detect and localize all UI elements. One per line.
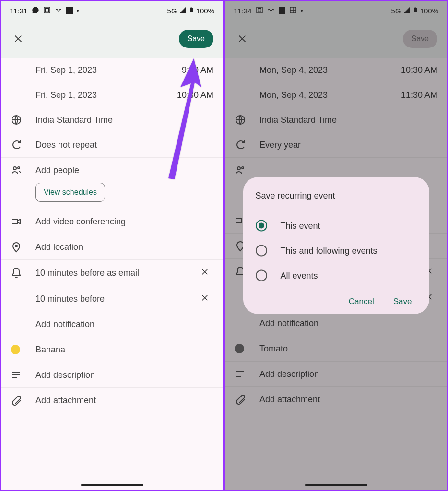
add-video-row[interactable]: Add video conferencing — [1, 209, 223, 234]
svg-rect-1 — [45, 8, 48, 12]
attachment-icon — [11, 395, 35, 406]
more-dot-icon — [77, 10, 79, 12]
start-date: Fri, Sep 1, 2023 — [35, 65, 182, 75]
start-date-row[interactable]: Fri, Sep 1, 2023 9:30 AM — [1, 58, 223, 82]
svg-rect-7 — [12, 219, 18, 224]
status-bar: 11:31 5G 100% — [1, 1, 223, 20]
save-recurring-dialog: Save recurring event This event This and… — [243, 177, 429, 314]
top-bar: Save — [1, 20, 223, 58]
calendar-color-row[interactable]: Banana — [1, 337, 223, 362]
whatsapp-icon — [32, 6, 39, 15]
radio-icon — [256, 245, 267, 257]
svg-rect-3 — [190, 7, 192, 8]
description-icon — [11, 369, 35, 381]
end-time[interactable]: 10:30 AM — [177, 90, 213, 100]
battery-pct: 100% — [196, 7, 214, 15]
nav-handle[interactable] — [81, 484, 143, 486]
svg-rect-2 — [190, 8, 193, 12]
status-time: 11:31 — [10, 7, 28, 15]
svg-point-5 — [13, 167, 16, 170]
dialog-title: Save recurring event — [256, 191, 417, 201]
end-date-row[interactable]: Fri, Sep 1, 2023 10:30 AM — [1, 82, 223, 107]
svg-point-6 — [18, 167, 20, 169]
add-notification-row[interactable]: Add notification — [1, 312, 223, 337]
add-description-row[interactable]: Add description — [1, 362, 223, 387]
phone-right: 11:34 5G 100% Save Mon, Sep 4, 2023 10:3… — [224, 0, 448, 491]
app-icon — [43, 6, 51, 15]
save-button[interactable]: Save — [179, 30, 213, 48]
notification-2-row[interactable]: 10 minutes before — [1, 286, 223, 312]
calendar-color-dot — [11, 345, 20, 354]
radio-icon — [256, 270, 267, 281]
add-people-row[interactable]: Add people — [1, 158, 223, 183]
remove-notif-2[interactable] — [196, 292, 213, 305]
view-schedules-button[interactable]: View schedules — [35, 183, 105, 202]
view-schedules-row: View schedules — [1, 183, 223, 209]
battery-icon — [189, 6, 194, 16]
bell-icon — [11, 267, 35, 279]
globe-icon — [11, 114, 35, 126]
radio-icon — [256, 220, 267, 232]
notification-1-row[interactable]: 10 minutes before as email — [1, 260, 223, 286]
location-icon — [11, 241, 35, 253]
radio-all-events[interactable]: All events — [256, 263, 417, 288]
network-label: 5G — [167, 7, 177, 15]
repeat-row[interactable]: Does not repeat — [1, 132, 223, 157]
nav-handle[interactable] — [305, 484, 367, 486]
end-date: Fri, Sep 1, 2023 — [35, 90, 177, 100]
video-icon — [11, 216, 35, 227]
radio-this-event[interactable]: This event — [256, 213, 417, 238]
wave-icon — [55, 6, 62, 15]
radio-this-and-following[interactable]: This and following events — [256, 238, 417, 263]
square-icon — [66, 7, 73, 14]
dialog-cancel-button[interactable]: Cancel — [349, 297, 374, 306]
remove-notif-1[interactable] — [196, 267, 213, 279]
svg-point-8 — [15, 245, 17, 247]
repeat-icon — [11, 139, 35, 151]
start-time[interactable]: 9:30 AM — [182, 65, 213, 75]
event-form: Fri, Sep 1, 2023 9:30 AM Fri, Sep 1, 202… — [1, 58, 223, 413]
people-icon — [11, 164, 35, 176]
add-attachment-row[interactable]: Add attachment — [1, 388, 223, 413]
timezone-row[interactable]: India Standard Time — [1, 107, 223, 132]
dialog-save-button[interactable]: Save — [393, 297, 412, 306]
signal-icon — [179, 6, 187, 15]
phone-left: 11:31 5G 100% Sa — [0, 0, 224, 491]
add-location-row[interactable]: Add location — [1, 234, 223, 259]
close-button[interactable] — [11, 31, 26, 47]
svg-rect-0 — [44, 7, 50, 13]
